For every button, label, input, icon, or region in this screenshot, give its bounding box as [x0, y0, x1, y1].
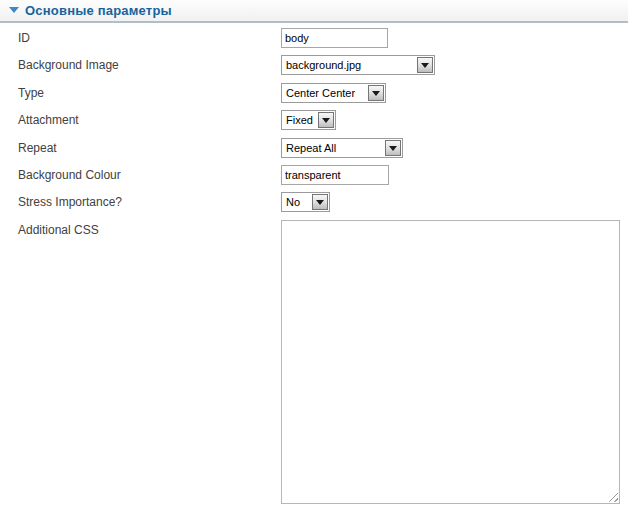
- chevron-down-icon[interactable]: [312, 194, 328, 210]
- stress-importance-select[interactable]: No: [281, 192, 330, 212]
- collapse-triangle-icon: [9, 7, 19, 13]
- form-row-type: Type Center Center: [0, 83, 628, 103]
- repeat-label: Repeat: [18, 138, 57, 158]
- additional-css-label: Additional CSS: [18, 220, 99, 240]
- panel-title: Основные параметры: [25, 3, 172, 18]
- form-row-id: ID: [0, 28, 628, 48]
- stress-importance-selected-value: No: [286, 193, 309, 211]
- panel-header-toggle[interactable]: Основные параметры: [0, 0, 628, 23]
- background-colour-input[interactable]: [281, 165, 389, 185]
- chevron-down-icon[interactable]: [368, 85, 384, 101]
- id-input[interactable]: [281, 28, 388, 48]
- chevron-down-icon[interactable]: [417, 57, 433, 73]
- parameters-panel: Основные параметры ID Background Image b…: [0, 0, 628, 510]
- background-colour-label: Background Colour: [18, 165, 121, 185]
- background-image-selected-value: background.jpg: [286, 56, 414, 74]
- chevron-down-icon[interactable]: [385, 140, 401, 156]
- form-row-background-image: Background Image background.jpg: [0, 55, 628, 75]
- additional-css-textarea[interactable]: [281, 220, 620, 504]
- repeat-select[interactable]: Repeat All: [281, 138, 403, 158]
- attachment-label: Attachment: [18, 110, 79, 130]
- form-row-background-colour: Background Colour: [0, 165, 628, 185]
- repeat-selected-value: Repeat All: [286, 139, 382, 157]
- form-row-attachment: Attachment Fixed: [0, 110, 628, 130]
- type-selected-value: Center Center: [286, 84, 365, 102]
- chevron-down-icon[interactable]: [318, 112, 334, 128]
- type-label: Type: [18, 83, 44, 103]
- attachment-selected-value: Fixed: [286, 111, 315, 129]
- stress-importance-label: Stress Importance?: [18, 192, 122, 212]
- form-row-stress-importance: Stress Importance? No: [0, 192, 628, 212]
- type-select[interactable]: Center Center: [281, 83, 386, 103]
- form-row-additional-css: Additional CSS: [0, 220, 628, 504]
- background-image-select[interactable]: background.jpg: [281, 55, 435, 75]
- background-image-label: Background Image: [18, 55, 119, 75]
- parameters-form: ID Background Image background.jpg Type …: [0, 28, 628, 510]
- id-label: ID: [18, 28, 30, 48]
- form-row-repeat: Repeat Repeat All: [0, 138, 628, 158]
- attachment-select[interactable]: Fixed: [281, 110, 336, 130]
